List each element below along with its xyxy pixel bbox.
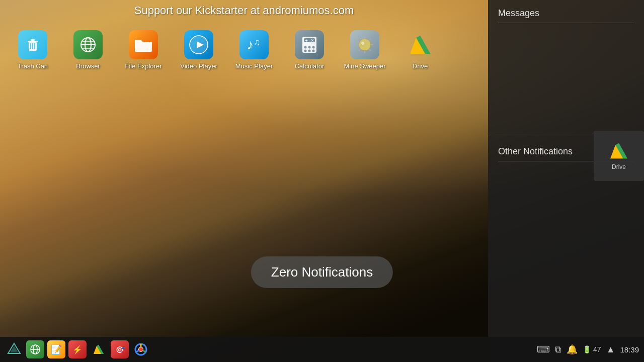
- zero-notifications-badge: Zero Notifications: [251, 256, 393, 288]
- svg-point-53: [139, 347, 143, 351]
- window-icon[interactable]: ⧉: [555, 344, 561, 355]
- battery-indicator: 🔋 47: [583, 345, 601, 353]
- desktop-icon-trash-can[interactable]: Trash Can: [10, 30, 55, 70]
- file-explorer-icon: [129, 30, 158, 59]
- battery-icon: 🔋: [583, 345, 591, 353]
- mine-sweeper-icon: [350, 30, 379, 59]
- music-player-label: Music Player: [235, 62, 273, 70]
- mine-sweeper-label: Mine Sweeper: [344, 62, 385, 70]
- svg-marker-44: [10, 346, 18, 352]
- desktop-icon-browser[interactable]: Browser: [65, 30, 111, 70]
- calculator-label: Calculator: [295, 62, 325, 70]
- taskbar-tools-icon[interactable]: ⚡: [68, 340, 87, 358]
- zero-notifications-text: Zero Notifications: [271, 264, 373, 280]
- browser-icon: [73, 30, 103, 59]
- svg-text:+ -: + -: [305, 38, 311, 43]
- svg-point-19: [304, 46, 307, 49]
- svg-point-23: [308, 50, 311, 52]
- svg-text:♫: ♫: [254, 37, 261, 47]
- video-player-icon: [184, 30, 213, 59]
- expand-icon[interactable]: ▲: [606, 344, 615, 355]
- desktop-icon-drive[interactable]: Drive: [397, 30, 443, 70]
- svg-line-30: [359, 39, 361, 41]
- desktop-icon-file-explorer[interactable]: File Explorer: [121, 30, 166, 70]
- svg-line-33: [359, 49, 361, 51]
- desktop-icon-video-player[interactable]: Video Player: [176, 30, 221, 70]
- system-clock: 18:39: [620, 345, 639, 354]
- taskbar-drive-icon[interactable]: [90, 340, 108, 358]
- calculator-icon: + - ×: [295, 30, 324, 59]
- trash-can-icon: [18, 30, 47, 59]
- drive-notification-label: Drive: [612, 163, 626, 170]
- drive-notification-icon: [608, 141, 630, 160]
- svg-line-56: [136, 350, 139, 352]
- svg-point-20: [308, 46, 311, 49]
- taskbar-browser-icon[interactable]: [26, 340, 44, 358]
- file-explorer-label: File Explorer: [125, 62, 162, 70]
- drive-desktop-icon: [406, 30, 435, 59]
- taskbar-right: ⌨ ⧉ 🔔 🔋 47 ▲ 18:39: [537, 344, 639, 355]
- messages-section: Messages: [488, 0, 644, 133]
- taskbar-app-icon[interactable]: 🎯: [111, 340, 129, 358]
- video-player-label: Video Player: [180, 62, 217, 70]
- desktop-icons-area: Trash Can Browser File Exp: [10, 30, 443, 70]
- desktop: Support our Kickstarter at andromiumos.c…: [0, 0, 644, 362]
- desktop-icon-music-player[interactable]: ♪ ♫ Music Player: [231, 30, 277, 70]
- taskbar: 📝 ⚡ 🎯: [0, 337, 644, 362]
- taskbar-andromium-button[interactable]: [5, 340, 23, 358]
- desktop-icon-calculator[interactable]: + - × Calculator: [287, 30, 332, 70]
- svg-line-32: [369, 39, 371, 41]
- taskbar-notes-icon[interactable]: 📝: [47, 340, 65, 358]
- svg-point-24: [312, 50, 315, 52]
- music-player-icon: ♪ ♫: [239, 30, 269, 59]
- messages-title: Messages: [498, 8, 634, 23]
- svg-point-22: [304, 50, 307, 52]
- notification-bell-icon[interactable]: 🔔: [567, 344, 578, 355]
- kickstarter-banner: Support our Kickstarter at andromiumos.c…: [0, 0, 488, 21]
- taskbar-chrome-icon[interactable]: [132, 340, 150, 358]
- svg-rect-1: [28, 41, 38, 42]
- drive-label: Drive: [413, 62, 428, 70]
- svg-text:×: ×: [311, 38, 314, 43]
- desktop-icon-mine-sweeper[interactable]: Mine Sweeper: [342, 30, 387, 70]
- right-panel: Messages Drive Other Notifications: [488, 0, 644, 362]
- svg-text:♪: ♪: [247, 37, 254, 52]
- svg-line-55: [143, 350, 145, 352]
- svg-line-31: [369, 49, 371, 51]
- drive-notification-popup[interactable]: Drive: [594, 131, 644, 181]
- messages-content: [498, 27, 634, 128]
- svg-point-21: [312, 46, 315, 49]
- taskbar-left: 📝 ⚡ 🎯: [5, 340, 537, 358]
- trash-can-label: Trash Can: [18, 62, 48, 70]
- svg-point-34: [361, 42, 364, 45]
- browser-label: Browser: [76, 62, 100, 70]
- battery-level: 47: [593, 345, 601, 353]
- keyboard-icon[interactable]: ⌨: [537, 344, 550, 355]
- banner-text: Support our Kickstarter at andromiumos.c…: [134, 4, 354, 17]
- svg-rect-2: [31, 39, 35, 41]
